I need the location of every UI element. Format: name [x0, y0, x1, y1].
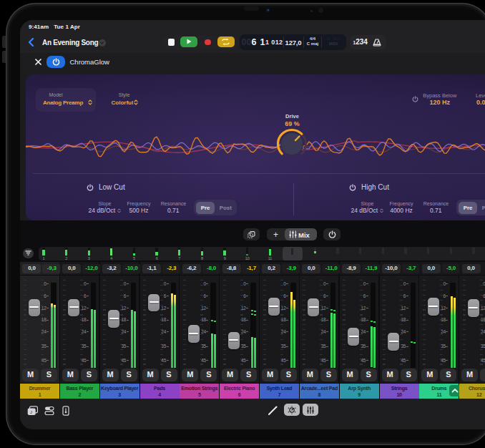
svg-text:♪: ♪	[30, 409, 33, 416]
